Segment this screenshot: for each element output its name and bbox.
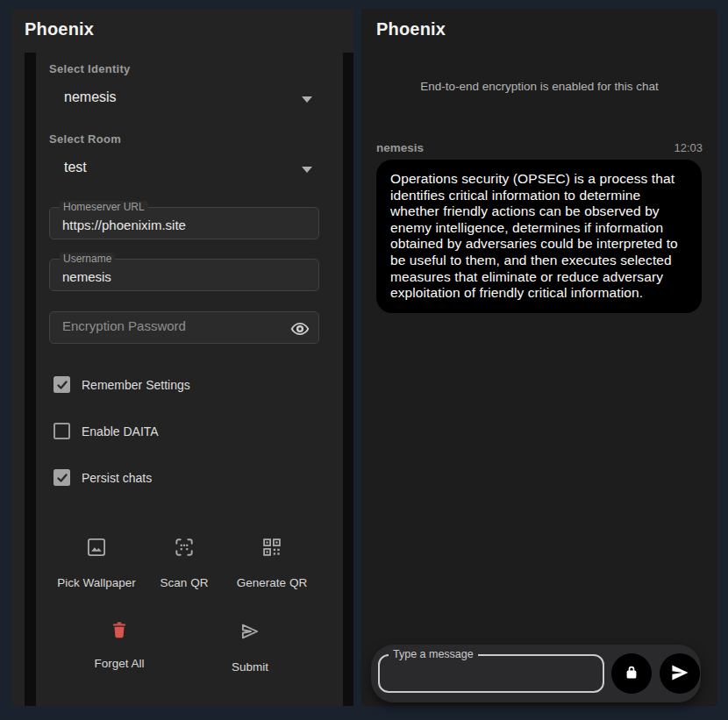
homeserver-field: Homeserver URL — [49, 207, 319, 239]
identity-select-value: nemesis — [64, 89, 117, 105]
remember-settings-label: Remember Settings — [82, 378, 190, 392]
scan-qr-label: Scan QR — [161, 576, 209, 589]
encryption-password-input[interactable] — [50, 312, 318, 343]
image-icon — [85, 536, 108, 561]
qr-code-icon — [261, 536, 283, 561]
message-timestamp: 12:03 — [674, 141, 703, 154]
message-composer: Type a message — [371, 645, 701, 702]
remember-settings-row[interactable]: Remember Settings — [54, 376, 190, 393]
send-button[interactable] — [660, 653, 700, 694]
persist-chats-label: Persist chats — [82, 471, 152, 485]
identity-select[interactable]: nemesis — [49, 89, 319, 109]
submit-button[interactable]: Submit — [202, 620, 298, 674]
settings-form: Select Identity nemesis Select Room test… — [49, 53, 319, 706]
homeserver-field-label: Homeserver URL — [60, 201, 148, 213]
username-field-label: Username — [60, 253, 115, 265]
username-field: Username — [49, 259, 319, 291]
submit-label: Submit — [232, 660, 268, 674]
enable-daita-row[interactable]: Enable DAITA — [54, 423, 159, 439]
send-outline-icon — [239, 620, 261, 645]
persist-chats-row[interactable]: Persist chats — [54, 469, 152, 486]
check-icon — [56, 472, 68, 484]
forget-all-button[interactable]: Forget All — [71, 620, 168, 670]
encryption-password-field — [49, 311, 319, 344]
enable-daita-label: Enable DAITA — [82, 424, 159, 438]
encrypt-button[interactable] — [611, 653, 652, 694]
forget-all-label: Forget All — [94, 657, 144, 670]
room-select[interactable]: test — [49, 160, 319, 179]
scan-qr-button[interactable]: Scan QR — [136, 536, 232, 589]
room-select-value: test — [64, 160, 87, 175]
password-visibility-toggle[interactable] — [289, 318, 310, 339]
message-bubble: Operations security (OPSEC) is a process… — [376, 160, 702, 313]
chevron-down-icon — [302, 96, 312, 103]
generate-qr-label: Generate QR — [237, 576, 307, 589]
check-icon — [56, 379, 68, 391]
send-icon — [669, 662, 690, 686]
message-meta: nemesis 12:03 — [376, 141, 703, 154]
scroll-edge-shadow-right — [343, 53, 353, 706]
encryption-notice: End-to-end encryption is enabled for thi… — [361, 80, 717, 93]
app-title-right: Phoenix — [376, 19, 446, 39]
room-section-label: Select Room — [49, 132, 121, 146]
pick-wallpaper-button[interactable]: Pick Wallpaper — [48, 536, 145, 589]
pick-wallpaper-label: Pick Wallpaper — [57, 576, 136, 589]
remember-settings-checkbox[interactable] — [54, 376, 70, 393]
message-input[interactable] — [380, 656, 603, 691]
message-sender: nemesis — [376, 141, 424, 154]
enable-daita-checkbox[interactable] — [54, 423, 70, 439]
eye-icon — [289, 329, 310, 342]
chat-panel: Phoenix End-to-end encryption is enabled… — [361, 9, 717, 706]
qr-scan-icon — [173, 536, 196, 561]
lock-icon — [623, 664, 640, 684]
trash-icon — [110, 620, 129, 642]
app-title-left: Phoenix — [25, 19, 94, 39]
generate-qr-button[interactable]: Generate QR — [224, 536, 320, 589]
persist-chats-checkbox[interactable] — [54, 469, 70, 486]
scroll-edge-shadow-left — [25, 53, 36, 706]
chevron-down-icon — [302, 167, 312, 173]
settings-panel: Phoenix Select Identity nemesis Select R… — [11, 9, 353, 706]
composer-field-label: Type a message — [389, 648, 478, 660]
composer-field: Type a message — [378, 654, 604, 693]
identity-section-label: Select Identity — [49, 62, 131, 75]
